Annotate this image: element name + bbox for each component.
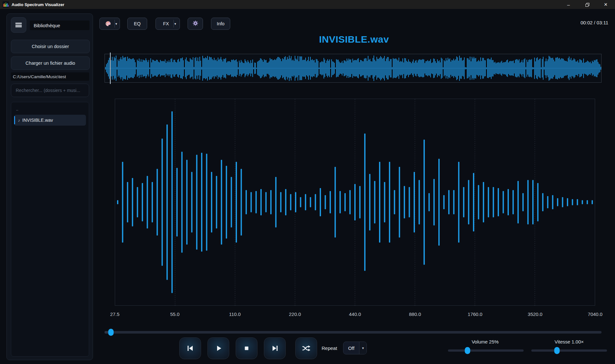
waveform-line (253, 67, 254, 69)
progress-track[interactable] (105, 331, 602, 334)
waveform-line (487, 59, 488, 78)
eq-button[interactable]: EQ (127, 18, 147, 30)
chevron-down-icon[interactable]: ▾ (174, 22, 177, 26)
palette-button[interactable]: ▾ (99, 18, 120, 30)
waveform-line (424, 60, 424, 77)
waveform-line (112, 57, 113, 79)
waveform-line (277, 57, 278, 79)
waveform-line (306, 61, 307, 75)
waveform-line (570, 60, 570, 77)
stop-button[interactable] (236, 337, 257, 359)
waveform-line (478, 60, 479, 77)
waveform-line (111, 60, 112, 77)
menu-button[interactable] (11, 17, 26, 33)
waveform-line (381, 57, 382, 79)
volume-track[interactable] (448, 350, 524, 352)
waveform-line (408, 59, 409, 77)
waveform-line (601, 67, 601, 70)
waveform-line (297, 60, 297, 77)
x-tick-label: 27.5 (110, 311, 119, 317)
waveform-line (361, 60, 362, 77)
previous-button[interactable] (179, 337, 201, 359)
shuffle-icon (301, 343, 311, 353)
chevron-down-icon[interactable]: ▾ (115, 22, 118, 26)
speed-track[interactable] (531, 350, 607, 352)
spectrum-bar (424, 140, 425, 265)
progress-slider[interactable] (105, 329, 602, 336)
waveform-line (374, 55, 374, 81)
waveform-overview[interactable] (105, 54, 602, 83)
waveform-line (165, 60, 165, 77)
speed-slider[interactable] (531, 347, 607, 354)
waveform-line (441, 58, 442, 79)
waveform-line (218, 58, 218, 79)
waveform-line (389, 61, 390, 76)
spectrum-bar (463, 187, 464, 218)
waveform-line (422, 60, 422, 77)
search-input[interactable] (11, 84, 89, 97)
spectrum-bar (354, 184, 356, 220)
waveform-line (350, 59, 351, 77)
info-button[interactable]: Info (211, 18, 230, 30)
progress-thumb[interactable] (108, 329, 114, 336)
spectrum-bar (518, 181, 519, 223)
waveform-line (272, 59, 272, 77)
spectrum-bar (196, 155, 198, 250)
waveform-line (340, 63, 341, 74)
play-button[interactable] (207, 337, 229, 359)
volume-slider[interactable] (448, 347, 524, 354)
waveform-line (147, 62, 148, 74)
waveform-line (410, 62, 411, 75)
waveform-line (298, 56, 298, 80)
waveform-line (544, 67, 544, 70)
spectrum-bar (350, 190, 351, 214)
waveform-line (409, 62, 410, 75)
repeat-select[interactable]: Off ▾ (343, 342, 367, 354)
waveform-line (434, 59, 435, 78)
minimize-button[interactable]: – (559, 0, 578, 9)
waveform-line (525, 58, 525, 78)
settings-button[interactable] (188, 18, 203, 30)
waveform-line (252, 60, 253, 77)
spectrum-bar (162, 139, 163, 266)
speed-thumb[interactable] (554, 347, 560, 354)
waveform-line (510, 61, 511, 76)
next-button[interactable] (264, 337, 286, 359)
volume-thumb[interactable] (465, 347, 470, 354)
waveform-line (428, 61, 429, 75)
waveform-line (421, 60, 421, 77)
parent-folder-item[interactable]: .. (14, 105, 86, 115)
load-audio-file-button[interactable]: Charger un fichier audio (11, 56, 90, 70)
waveform-line (459, 56, 460, 81)
waveform-line (281, 61, 282, 75)
waveform-line (485, 60, 486, 76)
waveform-line (456, 56, 457, 80)
waveform-line (549, 56, 549, 80)
fx-button[interactable]: FX ▾ (156, 18, 180, 30)
waveform-line (210, 57, 211, 79)
waveform-line (204, 58, 205, 78)
playhead[interactable] (110, 53, 111, 84)
x-tick-label: 1760.0 (468, 311, 483, 317)
close-button[interactable]: × (596, 0, 615, 9)
choose-folder-button[interactable]: Choisir un dossier (11, 40, 90, 53)
waveform-line (595, 60, 595, 76)
waveform-line (106, 64, 107, 72)
spectrum-bar (468, 180, 469, 225)
waveform-line (211, 57, 212, 79)
spectrum-bar (325, 195, 326, 209)
spectrum-bar (166, 124, 168, 280)
spectrum-bar (562, 197, 563, 207)
shuffle-button[interactable] (295, 337, 317, 359)
waveform-line (209, 57, 210, 80)
waveform-line (168, 62, 168, 75)
waveform-line (401, 62, 402, 75)
file-item-selected[interactable]: ♪ INVISIBLE.wav (14, 115, 86, 126)
waveform-line (468, 58, 468, 78)
waveform-line (501, 62, 501, 75)
waveform-line (322, 61, 322, 76)
restore-button[interactable] (578, 0, 596, 9)
waveform-line (386, 59, 387, 78)
x-tick-label: 55.0 (170, 311, 180, 317)
waveform-line (393, 58, 393, 78)
